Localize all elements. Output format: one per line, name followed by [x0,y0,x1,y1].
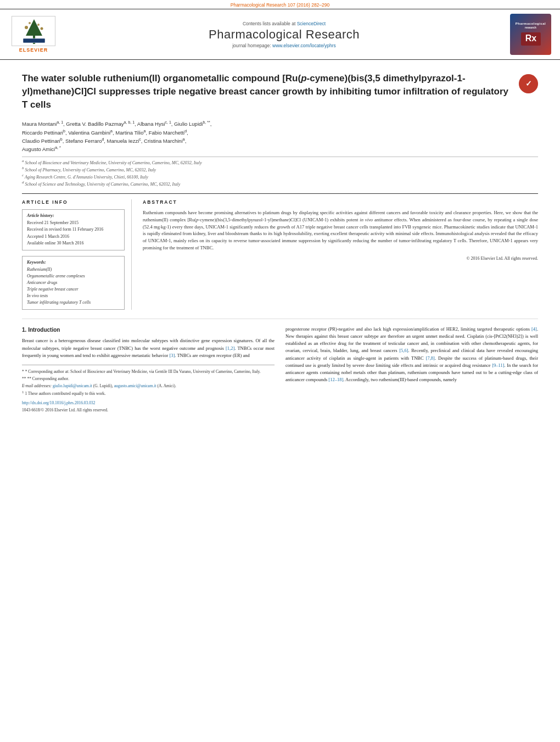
affiliation-b: b School of Pharmacy, University of Came… [22,167,538,174]
affiliations-section: a School of Bioscience and Veterinary Me… [22,157,538,188]
keywords-label: Keywords: [27,260,120,265]
authors-section: Maura Montania, 1, Gretta V. Badillo Paz… [22,120,538,153]
history-label: Article history: [27,213,120,218]
homepage-link[interactable]: www.elsevier.com/locate/yphrs [272,43,336,48]
abstract-label: ABSTRACT [143,199,538,205]
keyword-4: Triple negative breast cancer [27,286,120,293]
email-lupidi[interactable]: giulio.lupidi@unicam.it [53,383,92,388]
footer-contributed: 1 1 These authors contributed equally to… [22,390,275,397]
svg-point-8 [37,24,40,26]
keyword-3: Anticancer drugs [27,280,120,286]
elsevier-logo: ELSEVIER [9,16,58,53]
email-amici[interactable]: augusto.amici@unicam.it [114,383,156,388]
journal-header: ELSEVIER Contents lists available at Sci… [0,9,560,60]
history-accepted: Accepted 1 March 2016 [27,233,120,239]
affiliation-d: d School of Science and Technology, Univ… [22,181,538,188]
journal-citation-bar: Pharmacological Research 107 (2016) 282–… [0,0,560,9]
svg-text:Rx: Rx [525,34,536,43]
footer-email: E-mail addresses: giulio.lupidi@unicam.i… [22,383,275,389]
body-section: 1. Introduction Breast cancer is a heter… [22,319,538,414]
article-info-abstract-section: ARTICLE INFO Article history: Received 2… [22,193,538,310]
content-lists-text: Contents lists available at ScienceDirec… [64,21,505,26]
abstract-copyright: © 2016 Elsevier Ltd. All rights reserved… [143,256,538,261]
keyword-6: Tumor infiltrating regulatory T cells [27,299,120,306]
svg-rect-3 [23,38,45,43]
footer-notes: * * Corresponding author at: School of B… [22,365,275,414]
article-title-section: The water soluble ruthenium(II) organome… [22,72,538,114]
journal-center: Contents lists available at ScienceDirec… [64,21,505,48]
svg-text:✓: ✓ [525,79,532,88]
abstract-text: Ruthenium compounds have become promisin… [143,209,538,252]
body-intro-left: Breast cancer is a heterogeneous disease… [22,337,275,359]
article-history-box: Article history: Received 21 September 2… [22,209,125,250]
footer-corresponding-2: ** ** Corresponding author. [22,376,275,382]
journal-title: Pharmacological Research [64,27,505,42]
affiliation-a: a School of Bioscience and Veterinary Me… [22,160,538,166]
elsevier-logo-image [12,16,55,46]
footer-corresponding-1: * * Corresponding author at: School of B… [22,369,275,375]
article-title-wrapper: The water soluble ruthenium(II) organome… [22,72,512,114]
svg-point-5 [25,26,28,29]
keyword-1: Ruthenium(II) [27,266,120,273]
pharmacological-logo: Pharmacological research Rx [510,14,551,55]
body-intro-right: progesterone receptor (PR)-negative and … [285,326,538,383]
body-left-col: 1. Introduction Breast cancer is a heter… [22,326,275,414]
article-info-label: ARTICLE INFO [22,199,125,205]
keyword-5: In vivo tests [27,293,120,299]
body-right-col: progesterone receptor (PR)-negative and … [285,326,538,414]
footer-doi[interactable]: http://dx.doi.org/10.1016/j.phrs.2016.03… [22,400,275,406]
abstract-column: ABSTRACT Ruthenium compounds have become… [143,199,538,310]
history-available: Available online 30 March 2016 [27,240,120,246]
keywords-box: Keywords: Ruthenium(II) Organometallic a… [22,256,125,310]
footer-copyright: 1043-6618/© 2016 Elsevier Ltd. All right… [22,407,275,413]
article-title: The water soluble ruthenium(II) organome… [22,72,512,111]
journal-citation: Pharmacological Research 107 (2016) 282–… [231,2,330,8]
crossmark-badge: ✓ [519,74,538,93]
affiliation-c: c Aging Research Centre, G. d'Annunzio U… [22,174,538,181]
section-1-title: 1. Introduction [22,326,275,334]
body-two-col: 1. Introduction Breast cancer is a heter… [22,326,538,414]
journal-homepage: journal homepage: www.elsevier.com/locat… [64,43,505,48]
article-info-column: ARTICLE INFO Article history: Received 2… [22,199,132,310]
other-text: other [472,341,481,346]
main-content: The water soluble ruthenium(II) organome… [0,60,560,413]
svg-point-7 [29,22,31,24]
sciencedirect-link[interactable]: ScienceDirect [297,21,326,26]
history-received: Received 21 September 2015 [27,220,120,226]
elsevier-label: ELSEVIER [19,47,48,53]
history-revised: Received in revised form 11 February 201… [27,226,120,232]
svg-point-6 [41,27,43,30]
keyword-2: Organometallic arene complexes [27,273,120,280]
